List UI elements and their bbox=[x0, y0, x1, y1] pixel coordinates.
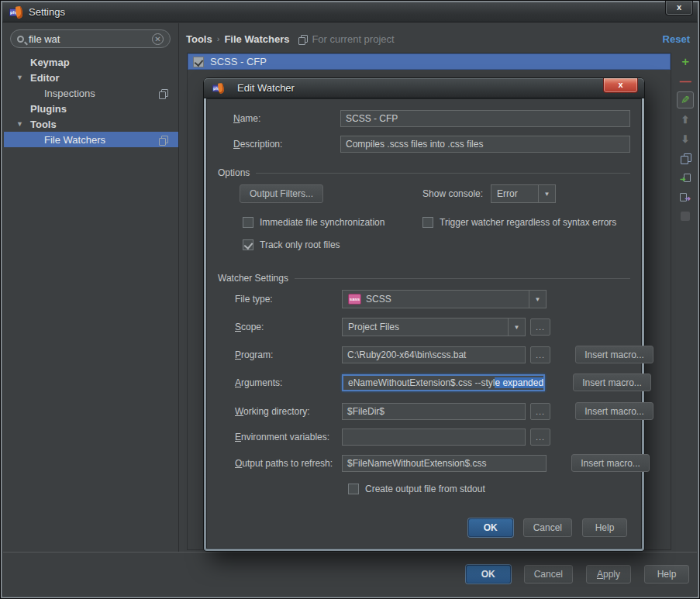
checkbox-box[interactable] bbox=[243, 217, 253, 228]
dialog-ok-button[interactable]: OK bbox=[468, 518, 513, 537]
import-button[interactable]: ➜ bbox=[677, 169, 694, 186]
options-section-header: Options bbox=[218, 167, 630, 178]
sidebar-item-editor[interactable]: ▼Editor bbox=[4, 70, 178, 85]
description-field[interactable]: Compiles .scss files into .css files bbox=[340, 136, 630, 153]
program-insert-macro-button[interactable]: Insert macro... bbox=[575, 346, 653, 363]
remove-icon: — bbox=[680, 74, 691, 88]
scope-label: Scope: bbox=[235, 322, 342, 332]
working-directory-browse-button[interactable]: ... bbox=[530, 403, 550, 420]
disabled-action-icon bbox=[681, 212, 690, 221]
dialog-footer: OK Cancel Help bbox=[207, 518, 641, 537]
watcher-enabled-checkbox[interactable] bbox=[193, 57, 204, 67]
immediate-sync-checkbox[interactable]: Immediate file synchronization bbox=[243, 217, 384, 228]
file-type-select[interactable]: sassSCSS ▼ bbox=[342, 290, 547, 308]
reset-link[interactable]: Reset bbox=[663, 33, 690, 45]
move-down-button[interactable]: ⬇ bbox=[677, 130, 694, 147]
chevron-down-icon[interactable]: ▼ bbox=[529, 291, 546, 308]
working-directory-label: Working directory: bbox=[235, 406, 342, 417]
cancel-button[interactable]: Cancel bbox=[524, 565, 573, 584]
per-project-icon bbox=[298, 35, 307, 43]
sidebar-item-tools[interactable]: ▼Tools bbox=[4, 116, 178, 132]
environment-variables-browse-button[interactable]: ... bbox=[530, 429, 550, 446]
scope-browse-button[interactable]: ... bbox=[530, 318, 550, 336]
environment-variables-field[interactable] bbox=[342, 429, 526, 446]
export-button[interactable]: ➜ bbox=[677, 188, 694, 205]
sidebar-item-plugins[interactable]: Plugins bbox=[4, 101, 178, 116]
dialog-title: Edit Watcher bbox=[237, 82, 295, 94]
arguments-insert-macro-button[interactable]: Insert macro... bbox=[573, 374, 651, 391]
dialog-help-button[interactable]: Help bbox=[582, 518, 627, 537]
name-label: Name: bbox=[233, 113, 340, 124]
window-titlebar: php Settings bbox=[2, 2, 698, 22]
edit-button[interactable]: ✎ bbox=[677, 91, 694, 108]
arguments-field[interactable]: eNameWithoutExtension$.css --style expan… bbox=[342, 374, 545, 391]
chevron-down-icon[interactable]: ▼ bbox=[16, 74, 23, 81]
output-paths-field[interactable]: $FileNameWithoutExtension$.css bbox=[342, 455, 547, 472]
show-console-select[interactable]: Error ▼ bbox=[491, 184, 556, 203]
duplicate-button[interactable] bbox=[677, 150, 694, 167]
scope-select[interactable]: Project Files ▼ bbox=[342, 318, 526, 336]
checkbox-box[interactable] bbox=[243, 239, 253, 250]
sidebar-item-keymap[interactable]: Keymap bbox=[4, 54, 178, 70]
working-directory-field[interactable]: $FileDir$ bbox=[342, 403, 526, 420]
output-filters-button[interactable]: Output Filters... bbox=[240, 184, 323, 203]
breadcrumb: Tools › File Watchers For current projec… bbox=[186, 31, 690, 46]
sidebar-item-inspections[interactable]: Inspections bbox=[4, 85, 178, 101]
settings-window: php Settings x file wat ✕ Keymap ▼Editor… bbox=[0, 0, 700, 599]
output-paths-insert-macro-button[interactable]: Insert macro... bbox=[571, 454, 650, 472]
move-up-button[interactable]: ⬆ bbox=[677, 111, 694, 128]
checkbox-box[interactable] bbox=[348, 484, 359, 494]
program-field[interactable]: C:\Ruby200-x64\bin\scss.bat bbox=[342, 346, 526, 363]
duplicate-icon bbox=[681, 153, 691, 164]
help-button[interactable]: Help bbox=[644, 565, 689, 584]
name-field[interactable]: SCSS - CFP bbox=[340, 110, 630, 127]
sidebar-item-file-watchers[interactable]: File Watchers bbox=[4, 132, 178, 147]
trigger-regardless-checkbox[interactable]: Trigger watcher regardless of syntax err… bbox=[422, 217, 616, 228]
chevron-down-icon[interactable]: ▼ bbox=[538, 185, 555, 202]
add-button[interactable]: ＋ bbox=[677, 53, 694, 70]
disabled-action-button bbox=[677, 208, 694, 225]
checkbox-box[interactable] bbox=[422, 217, 433, 228]
arrow-down-icon: ⬇ bbox=[681, 133, 690, 145]
output-paths-label: Output paths to refresh: bbox=[235, 458, 342, 469]
per-project-icon bbox=[159, 89, 167, 98]
watcher-row[interactable]: SCSS - CFP bbox=[188, 53, 671, 70]
remove-button[interactable]: — bbox=[677, 72, 694, 89]
arrow-up-icon: ⬆ bbox=[681, 114, 690, 126]
export-icon: ➜ bbox=[680, 192, 691, 202]
settings-sidebar: file wat ✕ Keymap ▼Editor Inspections Pl… bbox=[4, 23, 179, 552]
breadcrumb-file-watchers: File Watchers bbox=[224, 33, 289, 45]
dialog-body: Name: SCSS - CFP Description: Compiles .… bbox=[206, 98, 642, 549]
show-console-label: Show console: bbox=[422, 188, 483, 199]
context-note: For current project bbox=[312, 33, 394, 45]
environment-variables-label: Environment variables: bbox=[235, 432, 342, 442]
watcher-settings-section-header: Watcher Settings bbox=[218, 273, 630, 284]
settings-search-input[interactable]: file wat ✕ bbox=[10, 29, 171, 48]
ok-button[interactable]: OK bbox=[466, 565, 511, 584]
breadcrumb-tools[interactable]: Tools bbox=[186, 33, 212, 45]
apply-button[interactable]: Apply bbox=[586, 565, 631, 584]
window-close-button[interactable]: x bbox=[665, 1, 693, 15]
breadcrumb-separator: › bbox=[217, 34, 220, 43]
search-icon bbox=[17, 36, 24, 43]
program-browse-button[interactable]: ... bbox=[530, 346, 550, 363]
program-label: Program: bbox=[235, 349, 342, 360]
dialog-cancel-button[interactable]: Cancel bbox=[523, 518, 572, 537]
import-icon: ➜ bbox=[680, 173, 691, 183]
selected-text: e expanded bbox=[495, 377, 543, 388]
pencil-icon: ✎ bbox=[681, 94, 690, 106]
chevron-down-icon[interactable]: ▼ bbox=[508, 318, 525, 336]
dialog-close-button[interactable]: x bbox=[603, 78, 638, 93]
working-directory-insert-macro-button[interactable]: Insert macro... bbox=[575, 402, 653, 420]
description-label: Description: bbox=[233, 139, 340, 150]
edit-watcher-dialog: php Edit Watcher x Name: SCSS - CFP Desc… bbox=[204, 78, 644, 551]
settings-footer: OK Cancel Apply Help bbox=[3, 552, 697, 596]
window-title: Settings bbox=[29, 6, 65, 18]
scss-file-icon: sass bbox=[348, 294, 361, 305]
search-value: file wat bbox=[29, 33, 60, 45]
add-icon: ＋ bbox=[680, 54, 691, 69]
chevron-down-icon[interactable]: ▼ bbox=[16, 120, 23, 128]
stdout-checkbox[interactable]: Create output file from stdout bbox=[348, 484, 485, 494]
track-root-files-checkbox[interactable]: Track only root files bbox=[243, 239, 340, 250]
clear-search-icon[interactable]: ✕ bbox=[152, 33, 164, 45]
